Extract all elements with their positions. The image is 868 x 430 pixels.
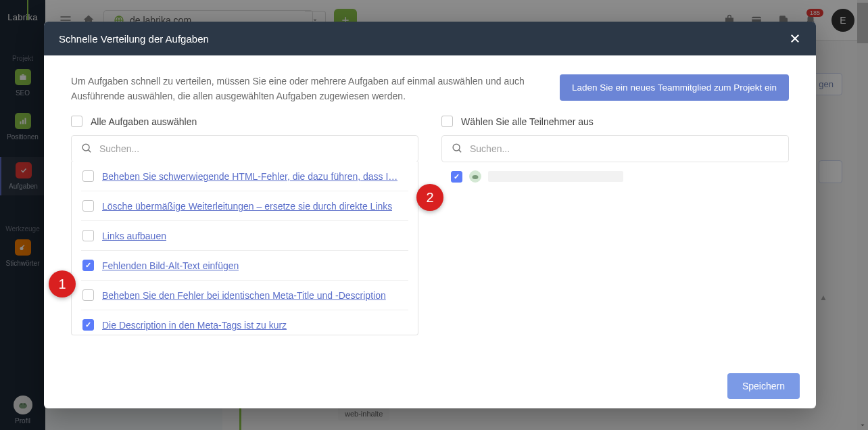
- task-checkbox[interactable]: [82, 260, 94, 271]
- task-checkbox[interactable]: [82, 289, 94, 301]
- task-row: Beheben Sie den Fehler bei identischen M…: [81, 281, 408, 310]
- task-row: Links aufbauen: [81, 221, 408, 251]
- task-checkbox[interactable]: [82, 230, 94, 241]
- save-button[interactable]: Speichern: [727, 373, 800, 399]
- task-link[interactable]: Beheben Sie schwerwiegende HTML-Fehler, …: [102, 171, 397, 182]
- task-row: Fehlenden Bild-Alt-Text einfügen: [81, 251, 408, 281]
- tasks-list: Beheben Sie schwerwiegende HTML-Fehler, …: [72, 162, 418, 335]
- participant-avatar: [469, 170, 481, 183]
- callout-2: 2: [416, 184, 443, 211]
- task-link[interactable]: Die Description in den Meta-Tags ist zu …: [102, 320, 287, 331]
- tasks-search-input[interactable]: [99, 143, 408, 154]
- participant-checkbox[interactable]: [451, 171, 462, 183]
- select-all-tasks-label: Alle Aufgaben auswählen: [91, 116, 197, 127]
- task-row: Lösche übermäßige Weiterleitungen – erse…: [81, 191, 408, 221]
- svg-line-26: [459, 150, 462, 153]
- modal-intro-text: Um Aufgaben schnell zu verteilen, müssen…: [71, 74, 533, 103]
- invite-member-button[interactable]: Laden Sie ein neues Teammitglied zum Pro…: [560, 74, 789, 101]
- participants-search-input[interactable]: [470, 143, 779, 154]
- svg-point-25: [453, 145, 460, 151]
- select-all-participants-label: Wählen Sie alle Teilnehmer aus: [461, 116, 594, 127]
- participant-name-redacted: [488, 171, 623, 182]
- task-link[interactable]: Fehlenden Bild-Alt-Text einfügen: [102, 260, 239, 271]
- close-button[interactable]: [789, 32, 801, 45]
- participants-column: Wählen Sie alle Teilnehmer aus: [441, 116, 789, 335]
- svg-point-27: [473, 175, 479, 179]
- select-all-participants-checkbox[interactable]: [441, 116, 453, 127]
- task-row: Die Description in den Meta-Tags ist zu …: [81, 310, 408, 335]
- modal-header: Schnelle Verteilung der Aufgaben: [44, 22, 816, 55]
- search-icon: [452, 143, 463, 154]
- task-link[interactable]: Links aufbauen: [102, 231, 166, 241]
- close-icon: [789, 32, 801, 45]
- svg-point-23: [82, 145, 89, 151]
- task-checkbox[interactable]: [82, 200, 94, 212]
- modal-title: Schnelle Verteilung der Aufgaben: [59, 33, 209, 45]
- participant-row: [441, 162, 789, 191]
- svg-line-24: [89, 150, 91, 153]
- callout-1: 1: [49, 270, 76, 297]
- tasks-column: Alle Aufgaben auswählen Beheben Sie: [71, 116, 418, 335]
- task-checkbox[interactable]: [82, 170, 94, 182]
- search-icon: [81, 143, 93, 154]
- task-link[interactable]: Beheben Sie den Fehler bei identischen M…: [102, 290, 386, 301]
- task-row: Beheben Sie schwerwiegende HTML-Fehler, …: [81, 162, 408, 191]
- task-link[interactable]: Lösche übermäßige Weiterleitungen – erse…: [102, 201, 392, 212]
- select-all-tasks-checkbox[interactable]: [71, 116, 82, 127]
- task-checkbox[interactable]: [82, 319, 94, 331]
- modal-footer: Speichern: [44, 363, 816, 408]
- quick-distribute-modal: Schnelle Verteilung der Aufgaben Um Aufg…: [44, 22, 816, 408]
